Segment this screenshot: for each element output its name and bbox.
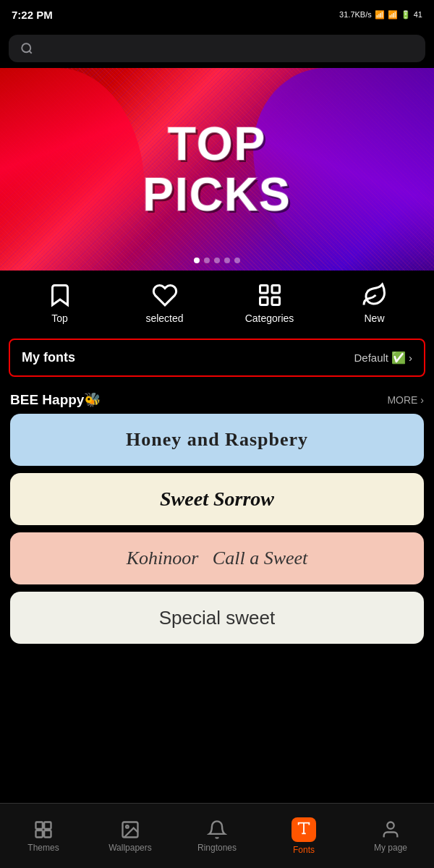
hero-banner: TOP PICKS	[0, 68, 434, 271]
font-card-2-text: Sweet Sorrow	[160, 488, 274, 511]
bottom-nav-mypage[interactable]: My page	[362, 820, 420, 853]
fonts-active-bg	[292, 817, 316, 842]
svg-rect-7	[44, 822, 51, 828]
search-bar[interactable]	[9, 35, 425, 62]
hero-line1: TOP	[168, 118, 266, 170]
nav-icons-row: Top selected Categories New	[0, 271, 434, 330]
hero-dot-1	[194, 258, 200, 263]
svg-rect-4	[260, 297, 268, 305]
bottom-nav: Themes Wallpapers Ringtones Fonts My pag…	[0, 803, 434, 868]
nav-top-label: Top	[51, 312, 68, 324]
bookmark-icon	[47, 282, 73, 308]
my-fonts-label: My fonts	[22, 350, 75, 365]
svg-rect-5	[272, 297, 280, 305]
svg-point-11	[126, 825, 129, 828]
svg-line-1	[29, 51, 31, 53]
nav-new-label: New	[364, 312, 384, 324]
ringtones-icon	[207, 820, 227, 840]
heart-icon	[152, 282, 178, 308]
hero-dot-2	[204, 258, 210, 263]
section-header: BEE Happy🐝 MORE ›	[0, 386, 434, 414]
font-card-3[interactable]: Kohinoor Call a Sweet	[10, 532, 424, 584]
wifi-icon: 📶	[388, 10, 398, 20]
wallpapers-icon	[120, 820, 140, 840]
network-speed: 31.7KB/s	[339, 10, 372, 19]
hero-dot-4	[224, 258, 230, 263]
font-card-4-text: Special sweet	[159, 607, 275, 629]
font-card-2[interactable]: Sweet Sorrow	[10, 473, 424, 525]
default-label: Default	[354, 352, 388, 364]
nav-categories-label: Categories	[245, 312, 294, 324]
search-icon	[20, 42, 33, 55]
svg-rect-2	[260, 286, 268, 294]
font-card-1-text: Honey and Raspbery	[126, 429, 308, 451]
nav-selected-label: selected	[145, 312, 183, 324]
svg-point-0	[22, 43, 30, 52]
font-cards: Honey and Raspbery Sweet Sorrow Kohinoor…	[0, 414, 434, 644]
status-icons: 31.7KB/s 📶 📶 🔋 41	[339, 10, 422, 20]
mypage-icon	[380, 820, 401, 840]
hero-dot-5	[234, 258, 240, 263]
svg-rect-8	[36, 830, 43, 837]
bottom-nav-fonts[interactable]: Fonts	[275, 817, 333, 855]
svg-rect-3	[272, 286, 280, 294]
nav-categories[interactable]: Categories	[241, 282, 299, 324]
signal-icons: 📶	[375, 10, 385, 20]
bottom-ringtones-label: Ringtones	[197, 843, 237, 853]
nav-top[interactable]: Top	[31, 282, 89, 324]
fonts-icon	[296, 820, 312, 836]
font-card-4[interactable]: Special sweet	[10, 592, 424, 644]
status-bar: 7:22 PM 31.7KB/s 📶 📶 🔋 41	[0, 0, 434, 29]
font-card-1[interactable]: Honey and Raspbery	[10, 414, 424, 466]
bottom-nav-wallpapers[interactable]: Wallpapers	[101, 820, 159, 853]
my-fonts-right: Default ✅ ›	[354, 351, 412, 365]
bottom-mypage-label: My page	[374, 843, 407, 853]
nav-new[interactable]: New	[346, 282, 404, 324]
bottom-fonts-label: Fonts	[293, 845, 315, 855]
svg-rect-6	[36, 822, 43, 828]
check-icon: ✅	[391, 351, 406, 365]
hero-dot-3	[214, 258, 220, 263]
nav-selected[interactable]: selected	[136, 282, 194, 324]
section-title: BEE Happy🐝	[10, 391, 101, 408]
hero-title: TOP PICKS	[142, 119, 292, 221]
bottom-wallpapers-label: Wallpapers	[109, 843, 152, 853]
status-time: 7:22 PM	[12, 9, 53, 21]
battery-icon: 🔋	[401, 10, 411, 20]
bottom-themes-label: Themes	[27, 843, 59, 853]
hero-dots	[194, 258, 240, 263]
bottom-nav-themes[interactable]: Themes	[14, 820, 72, 853]
svg-rect-9	[44, 830, 51, 837]
grid-icon	[257, 282, 283, 308]
section-more-button[interactable]: MORE ›	[387, 394, 424, 406]
my-fonts-row[interactable]: My fonts Default ✅ ›	[9, 339, 425, 377]
bottom-nav-ringtones[interactable]: Ringtones	[188, 820, 246, 853]
font-card-3-text: Kohinoor Call a Sweet	[127, 548, 308, 569]
hero-line2: PICKS	[142, 169, 292, 221]
leaf-icon	[362, 282, 388, 308]
battery-level: 41	[414, 10, 422, 19]
themes-icon	[33, 820, 54, 840]
chevron-icon: ›	[409, 352, 412, 364]
svg-point-14	[387, 822, 393, 828]
